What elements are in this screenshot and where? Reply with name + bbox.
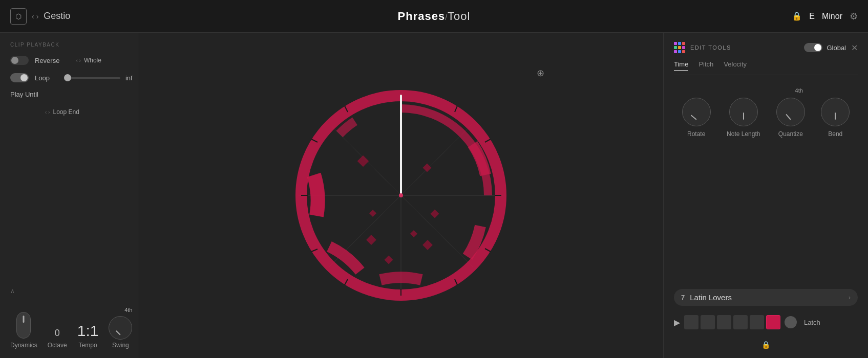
pattern-slot-5[interactable] <box>750 315 764 329</box>
bend-knob[interactable] <box>821 98 850 126</box>
tab-velocity[interactable]: Velocity <box>724 60 747 71</box>
whole-chevrons: ‹ › <box>76 58 80 63</box>
preset-arrow[interactable]: › <box>849 294 851 301</box>
loop-row: Loop inf <box>10 73 128 82</box>
preset-number: 7 <box>681 294 685 301</box>
reverse-row: Reverse ‹ › Whole <box>10 56 128 65</box>
quantize-knob[interactable] <box>776 98 805 126</box>
dynamics-knob[interactable] <box>16 312 31 339</box>
app-name-tool: Tool <box>448 10 470 23</box>
loop-end-chevrons: ‹ › <box>45 109 50 115</box>
app-name-bold: Phrases <box>398 10 446 23</box>
swing-knob[interactable] <box>109 316 132 340</box>
color-dot[interactable] <box>785 316 797 328</box>
header-center: Phrases/Tool <box>164 10 704 23</box>
tab-pitch[interactable]: Pitch <box>698 60 713 71</box>
target-icon[interactable]: ⊕ <box>537 68 544 79</box>
forward-arrow[interactable]: › <box>36 12 39 20</box>
grid-cell-4 <box>674 46 677 49</box>
whole-select[interactable]: ‹ › Whole <box>76 57 101 64</box>
right-panel: EDIT TOOLS Global ✕ Time Pitch Velocity … <box>663 33 868 358</box>
svg-rect-21 <box>410 230 417 237</box>
app-title: Phrases/Tool <box>398 10 471 23</box>
grid-cell-7 <box>674 50 677 53</box>
octave-label: Octave <box>48 342 67 349</box>
quantize-label: Quantize <box>778 130 803 138</box>
grid-cell-3 <box>682 42 685 45</box>
svg-rect-24 <box>369 210 376 217</box>
tab-time[interactable]: Time <box>674 60 688 71</box>
tempo-label: Tempo <box>79 342 97 349</box>
settings-icon[interactable]: ⚙ <box>850 11 858 22</box>
octave-value: 0 <box>55 328 60 339</box>
edit-tools-grid-icon <box>674 42 685 53</box>
bottom-controls: Dynamics 0 Octave 1:1 Tempo 4th Swing <box>10 302 128 349</box>
grid-cell-8 <box>678 50 681 53</box>
lock-small-icon[interactable]: 🔒 <box>761 341 770 349</box>
play-until-label: Play Until <box>10 91 38 98</box>
play-until-row: Play Until <box>10 91 128 98</box>
nav-arrows: ‹ › <box>32 12 38 20</box>
reverse-label: Reverse <box>35 57 59 64</box>
loop-end-value: Loop End <box>53 108 79 116</box>
loop-end-select[interactable]: ‹ › Loop End <box>45 108 79 116</box>
inf-label: inf <box>125 74 133 82</box>
scale-display[interactable]: Minor <box>822 12 842 21</box>
header-right: 🔒 E Minor ⚙ <box>704 11 858 22</box>
pattern-slot-2[interactable] <box>701 315 715 329</box>
dynamics-group: Dynamics <box>10 312 37 349</box>
preset-name: Latin Lovers <box>690 293 843 302</box>
grid-cell-2 <box>678 42 681 45</box>
right-knobs: Rotate Note Length 4th Quantize <box>674 82 858 143</box>
tempo-group: 1:1 Tempo <box>77 323 99 349</box>
swing-group: 4th Swing <box>109 307 132 349</box>
pattern-slot-3[interactable] <box>717 315 731 329</box>
reverse-toggle[interactable] <box>10 56 29 65</box>
header-title: Gestio <box>44 11 70 21</box>
cube-icon[interactable]: ⬡ <box>10 8 27 25</box>
whole-value: Whole <box>84 57 101 64</box>
global-pill[interactable] <box>804 43 822 52</box>
close-button[interactable]: ✕ <box>851 43 858 53</box>
chevron-up-icon[interactable]: ∧ <box>10 287 15 295</box>
visualizer-container: ⊕ <box>268 62 534 328</box>
pattern-slot-4[interactable] <box>733 315 748 329</box>
loop-slider-track[interactable] <box>64 77 120 79</box>
swing-dot <box>116 330 121 335</box>
octave-group: 0 Octave <box>48 328 67 349</box>
svg-rect-20 <box>430 210 439 218</box>
grid-cell-6 <box>682 46 685 49</box>
play-button[interactable]: ▶ <box>674 318 680 327</box>
lock-icon[interactable]: 🔒 <box>792 11 802 21</box>
svg-rect-18 <box>366 235 376 245</box>
svg-rect-19 <box>422 240 433 250</box>
dynamics-label: Dynamics <box>10 342 37 349</box>
lock-bottom: 🔒 <box>674 339 858 349</box>
grid-cell-9 <box>682 50 685 53</box>
pattern-slot-1[interactable] <box>684 315 698 329</box>
loop-label: Loop <box>35 74 50 82</box>
loop-toggle[interactable] <box>10 73 29 82</box>
loop-slider-row: inf <box>64 74 133 82</box>
svg-point-26 <box>399 193 403 197</box>
rotate-knob[interactable] <box>682 98 711 126</box>
svg-rect-23 <box>422 164 431 172</box>
note-length-knob[interactable] <box>729 98 758 126</box>
back-arrow[interactable]: ‹ <box>32 12 34 20</box>
global-toggle[interactable]: Global <box>804 43 846 52</box>
pattern-slot-6[interactable] <box>766 315 780 329</box>
grid-cell-5 <box>678 46 681 49</box>
quantize-indicator <box>786 114 791 120</box>
quantize-value: 4th <box>795 87 803 94</box>
rotate-indicator <box>690 115 696 120</box>
note-length-indicator <box>743 113 744 120</box>
grid-cell-1 <box>674 42 677 45</box>
note-length-group: Note Length <box>727 98 760 138</box>
tempo-value: 1:1 <box>77 323 99 339</box>
clip-playback-label: CLIP PLAYBACK <box>10 42 128 48</box>
global-text: Global <box>827 44 846 52</box>
preset-row[interactable]: 7 Latin Lovers › <box>674 289 858 306</box>
circular-visualizer[interactable] <box>268 62 534 328</box>
key-display[interactable]: E <box>809 12 815 21</box>
loop-slider-thumb[interactable] <box>64 74 71 81</box>
